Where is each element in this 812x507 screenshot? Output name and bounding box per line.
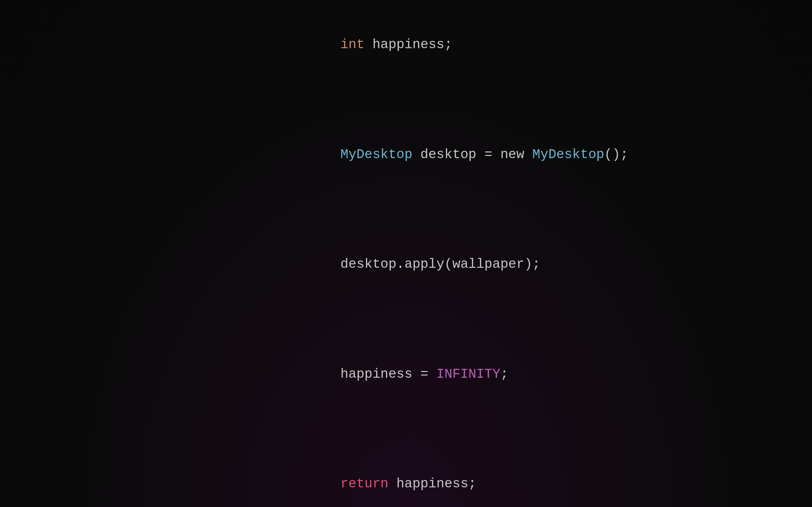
keyword-return: return [340, 476, 388, 492]
code-line-6: return happiness; [276, 451, 708, 507]
dot-operator: . [397, 257, 404, 272]
code-line-4: desktop.apply(wallpaper); [276, 232, 708, 297]
code-line-2: int happiness; [276, 12, 708, 78]
code-block: private static int updateDesktop(Image w… [276, 0, 708, 507]
code-line-5: happiness = INFINITY; [276, 341, 708, 407]
keyword-int-decl: int [340, 37, 364, 52]
type-mydesktop-2: MyDesktop [532, 147, 604, 162]
type-mydesktop-1: MyDesktop [340, 147, 412, 162]
code-line-3: MyDesktop desktop = new MyDesktop(); [276, 122, 708, 187]
value-infinity: INFINITY [437, 366, 501, 382]
